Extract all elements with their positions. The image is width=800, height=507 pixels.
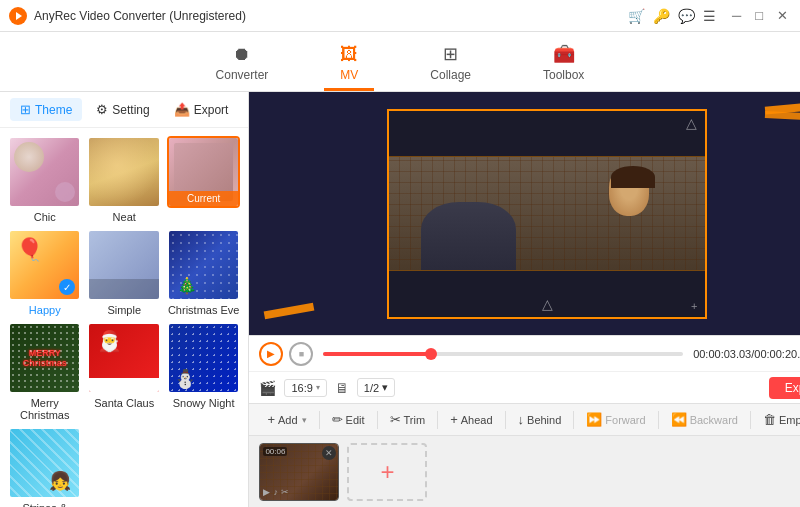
trim-label: Trim [404,414,426,426]
page-value: 1/2 [364,382,379,394]
theme-thumb-stripes-waves: 👧 [8,427,81,499]
video-cell-bottom: △ + [389,271,705,316]
video-icon: 🎬 [259,380,276,396]
sep-6 [658,411,659,429]
backward-label: Backward [690,414,738,426]
ratio-select[interactable]: 16:9 ▾ [284,379,326,397]
menu-icon[interactable]: ☰ [703,8,716,24]
filmstrip: ✕ 00:06 ▶ ♪ ✂ + [249,435,800,507]
behind-button[interactable]: ↓ Behind [510,408,570,431]
collage-icon: ⊞ [443,43,458,65]
video-row-3: △ + [389,271,705,316]
backward-icon: ⏪ [671,412,687,427]
nav-tabs: ⏺ Converter 🖼 MV ⊞ Collage 🧰 Toolbox [0,32,800,92]
theme-item-neat[interactable]: Neat [87,136,160,223]
time-display: 00:00:03.03/00:00:20.13 [693,348,800,360]
converter-icon: ⏺ [233,44,251,65]
theme-merry-christmas-label: Merry Christmas [8,397,81,421]
key-icon[interactable]: 🔑 [653,8,670,24]
forward-button[interactable]: ⏩ Forward [578,408,653,431]
export-label: Export [194,103,229,117]
add-label: Add [278,414,298,426]
subtab-theme[interactable]: ⊞ Theme [10,98,82,121]
empty-button[interactable]: 🗑 Empty [755,408,800,431]
sep-5 [573,411,574,429]
controls-bar2: 🎬 16:9 ▾ 🖥 1/2 ▾ Export [249,371,800,403]
theme-item-snowy-night[interactable]: ⛄ Snowy Night [167,322,240,421]
add-icon: + [267,412,275,427]
edit-button[interactable]: ✏ Edit [324,408,373,431]
theme-thumb-simple [87,229,160,301]
time-total: 00:00:20.13 [754,348,800,360]
trim-icon: ✂ [390,412,401,427]
app-logo [8,6,28,26]
main-content: ⊞ Theme ⚙ Setting 📤 Export [0,92,800,507]
tab-toolbox-label: Toolbox [543,68,584,82]
preview-background: △ [249,92,800,335]
empty-label: Empty [779,414,800,426]
theme-item-happy[interactable]: 🎈 ✓ Happy [8,229,81,316]
theme-item-current[interactable]: Current Current [167,136,240,223]
theme-item-stripes-waves[interactable]: 👧 Stripes & Waves [8,427,81,507]
cart-icon[interactable]: 🛒 [628,8,645,24]
stop-button[interactable]: ■ [289,342,313,366]
theme-thumb-chic [8,136,81,208]
ahead-button[interactable]: + Ahead [442,408,500,431]
film-close-1[interactable]: ✕ [322,446,336,460]
behind-icon: ↓ [518,412,525,427]
trim-button[interactable]: ✂ Trim [382,408,434,431]
minimize-button[interactable]: ─ [728,6,745,25]
tab-toolbox[interactable]: 🧰 Toolbox [527,37,600,91]
tab-converter[interactable]: ⏺ Converter [200,38,285,91]
sep-2 [377,411,378,429]
theme-thumb-santa-claus: 🎅 [87,322,160,394]
current-badge: Current [169,191,238,206]
titlebar: AnyRec Video Converter (Unregistered) 🛒 … [0,0,800,32]
backward-button[interactable]: ⏪ Backward [663,408,746,431]
export-button[interactable]: Export [769,377,800,399]
add-button[interactable]: + Add [259,408,314,431]
tab-collage-label: Collage [430,68,471,82]
page-select[interactable]: 1/2 ▾ [357,378,395,397]
theme-item-merry-christmas[interactable]: MERRYChristmas Merry Christmas [8,322,81,421]
theme-snowy-night-label: Snowy Night [173,397,235,409]
subtab-setting[interactable]: ⚙ Setting [86,98,159,121]
edit-label: Edit [346,414,365,426]
titlebar-icons: 🛒 🔑 💬 ☰ [628,8,716,24]
video-row-1: △ [389,111,705,157]
theme-item-christmas-eve[interactable]: 🎄 Christmas Eve [167,229,240,316]
window-controls: ─ □ ✕ [728,6,792,25]
theme-happy-label: Happy [29,304,61,316]
add-clip-button[interactable]: + [347,443,427,501]
page-chevron: ▾ [382,381,388,394]
video-cell-top: △ [389,111,705,156]
theme-thumb-merry-christmas: MERRYChristmas [8,322,81,394]
sep-3 [437,411,438,429]
theme-item-santa-claus[interactable]: 🎅 Santa Claus [87,322,160,421]
video-cell-main [389,157,705,270]
subtab-export[interactable]: 📤 Export [164,98,239,121]
theme-simple-label: Simple [107,304,141,316]
forward-icon: ⏩ [586,412,602,427]
theme-item-chic[interactable]: Chic [8,136,81,223]
film-vol-icon: ♪ [273,487,278,497]
maximize-button[interactable]: □ [751,6,767,25]
close-button[interactable]: ✕ [773,6,792,25]
theme-item-simple[interactable]: Simple [87,229,160,316]
mv-icon: 🖼 [340,44,358,65]
behind-label: Behind [527,414,561,426]
film-clip-1[interactable]: ✕ 00:06 ▶ ♪ ✂ [259,443,339,501]
empty-icon: 🗑 [763,412,776,427]
nav-indicator-right: + [691,300,697,312]
right-panel: △ [249,92,800,507]
theme-label: Theme [35,103,72,117]
tab-mv[interactable]: 🖼 MV [324,38,374,91]
chat-icon[interactable]: 💬 [678,8,695,24]
theme-thumb-happy: 🎈 ✓ [8,229,81,301]
play-button[interactable]: ▶ [259,342,283,366]
tab-collage[interactable]: ⊞ Collage [414,37,487,91]
progress-track[interactable] [323,352,683,356]
film-time-1: 00:06 [263,447,287,456]
preview-area: △ [249,92,800,335]
progress-fill [323,352,431,356]
